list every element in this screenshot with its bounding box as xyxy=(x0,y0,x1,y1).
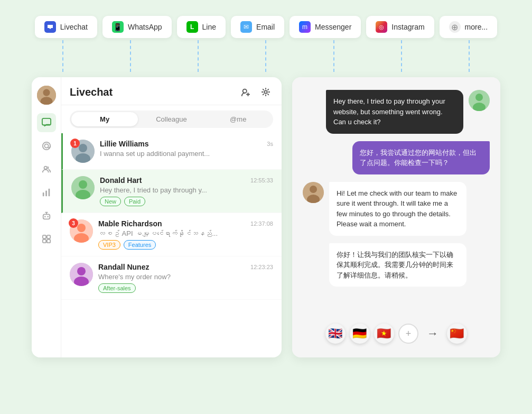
line-icon: L xyxy=(186,21,198,33)
chat-tags-2: New Paid xyxy=(100,197,273,206)
email-icon: ✉ xyxy=(240,21,252,33)
channel-messenger-label: Messenger xyxy=(315,23,351,31)
header-actions xyxy=(238,85,273,99)
chat-messages: Hey there, I tried to pay through your w… xyxy=(292,77,500,357)
channel-more-label: more... xyxy=(465,23,488,31)
chat-meta-4: Randall Nunez 12:23:23 Where's my order … xyxy=(98,263,273,293)
message-text-3: Hi! Let me check with our team to make s… xyxy=(337,189,457,228)
sidebar-mentions-icon[interactable] xyxy=(37,136,56,155)
dashed-lines xyxy=(0,40,532,72)
sidebar xyxy=(32,77,61,357)
channel-instagram[interactable]: ◎ Instagram xyxy=(366,16,434,38)
unread-badge-1: 1 xyxy=(70,139,80,148)
chat-time-3: 12:37:08 xyxy=(250,220,273,227)
chat-preview-1: I wanna set up additional payment... xyxy=(100,150,273,158)
channel-more[interactable]: ⊕ more... xyxy=(440,16,498,38)
user-avatar[interactable] xyxy=(37,86,56,105)
svg-point-19 xyxy=(264,90,267,93)
channel-livechat-label: Livechat xyxy=(60,23,88,31)
message-bubble-1: Hey there, I tried to pay through your w… xyxy=(326,90,463,134)
chat-tags-4: After-sales xyxy=(98,283,273,293)
message-text-2: 您好，我尝试通过您的网站付款，但出了点问题。你能检查一下吗？ xyxy=(360,149,477,167)
avatar-randall xyxy=(70,263,93,286)
chat-window: Hey there, I tried to pay through your w… xyxy=(292,77,500,357)
message-bubble-3: Hi! Let me check with our team to make s… xyxy=(329,182,466,236)
tab-colleague[interactable]: Colleague xyxy=(138,112,204,126)
livechat-icon xyxy=(44,21,56,33)
svg-point-21 xyxy=(79,144,87,152)
svg-point-2 xyxy=(43,89,50,96)
channel-line[interactable]: L Line xyxy=(177,16,226,38)
chat-name-4: Randall Nunez xyxy=(98,263,149,271)
avatar-wrap-2 xyxy=(71,176,95,206)
conversation-item-3[interactable]: 3 Mable Richardson 12:37:08 လစဥ် API မမျ… xyxy=(61,213,282,256)
message-row-4: 你好！让我与我们的团队核实一下以确保其顺利完成。我需要几分钟的时间来了解详细信息… xyxy=(303,243,490,287)
flag-de[interactable]: 🇩🇪 xyxy=(350,324,370,344)
chat-meta-2: Donald Hart 12:55:33 Hey there, I tried … xyxy=(100,176,273,206)
sidebar-chat-icon[interactable] xyxy=(37,113,56,132)
channel-messenger[interactable]: m Messenger xyxy=(290,16,361,38)
flag-cn[interactable]: 🇨🇳 xyxy=(447,324,467,344)
chat-name-2: Donald Hart xyxy=(100,176,142,185)
more-icon: ⊕ xyxy=(449,21,461,33)
svg-rect-15 xyxy=(46,235,50,238)
sidebar-integrations-icon[interactable] xyxy=(37,229,56,249)
whatsapp-icon: 📱 xyxy=(112,21,124,33)
channel-whatsapp-label: WhatsApp xyxy=(128,23,162,31)
conversation-item-4[interactable]: Randall Nunez 12:23:23 Where's my order … xyxy=(61,256,282,300)
sidebar-contacts-icon[interactable] xyxy=(37,160,56,179)
svg-point-6 xyxy=(42,142,50,150)
msg-avatar-customer xyxy=(469,90,490,111)
message-row-3: Hi! Let me check with our team to make s… xyxy=(303,182,490,236)
instagram-icon: ◎ xyxy=(376,21,387,33)
chat-preview-2: Hey there, I tried to pay through y... xyxy=(100,186,273,194)
svg-rect-17 xyxy=(46,240,50,243)
message-row-2: 您好，我尝试通过您的网站付款，但出了点问题。你能检查一下吗？ xyxy=(303,141,490,174)
chat-tags-3: VIP3 Features xyxy=(98,240,273,250)
flag-uk[interactable]: 🇬🇧 xyxy=(325,324,346,344)
svg-point-18 xyxy=(243,89,247,93)
translation-arrow: → xyxy=(423,324,443,344)
svg-rect-10 xyxy=(48,189,50,196)
svg-rect-11 xyxy=(43,214,50,219)
tag-new: New xyxy=(100,197,121,206)
tag-paid: Paid xyxy=(124,197,145,206)
conversation-item-1[interactable]: 1 Lillie Williams 3s I wanna set up addi… xyxy=(61,133,282,170)
conversation-tabs: My Colleague @me xyxy=(70,111,273,128)
avatar-donald xyxy=(71,176,95,199)
settings-button[interactable] xyxy=(258,85,273,99)
message-text-4: 你好！让我与我们的团队核实一下以确保其顺利完成。我需要几分钟的时间来了解详细信息… xyxy=(337,251,453,279)
chat-panel-title: Livechat xyxy=(70,86,113,98)
svg-point-13 xyxy=(47,216,49,217)
channel-whatsapp[interactable]: 📱 WhatsApp xyxy=(102,16,172,38)
tab-my[interactable]: My xyxy=(71,112,138,126)
conversation-item-2[interactable]: Donald Hart 12:55:33 Hey there, I tried … xyxy=(61,170,282,213)
add-contact-button[interactable] xyxy=(238,85,253,99)
channel-instagram-label: Instagram xyxy=(391,23,424,31)
chat-time-4: 12:23:23 xyxy=(250,264,273,270)
tag-vip3: VIP3 xyxy=(98,240,120,250)
tag-features: Features xyxy=(124,240,156,250)
flag-vn[interactable]: 🇻🇳 xyxy=(374,324,394,344)
add-language-button[interactable]: + xyxy=(398,324,418,344)
chat-preview-4: Where's my order now? xyxy=(98,273,273,281)
channel-email[interactable]: ✉ Email xyxy=(231,16,284,38)
translation-bar: 🇬🇧 🇩🇪 🇻🇳 + → 🇨🇳 xyxy=(303,318,490,349)
message-row-1: Hey there, I tried to pay through your w… xyxy=(303,90,490,134)
svg-point-27 xyxy=(77,224,86,232)
chat-time-2: 12:55:33 xyxy=(250,177,273,183)
sidebar-reports-icon[interactable] xyxy=(37,183,56,202)
main-content: Livechat My Colleague @me xyxy=(0,72,532,363)
chat-time-1: 3s xyxy=(267,141,273,147)
chat-name-3: Mable Richardson xyxy=(98,219,162,228)
channel-livechat[interactable]: Livechat xyxy=(35,16,97,38)
chat-meta-3: Mable Richardson 12:37:08 လစဥ် API မမျှပ… xyxy=(98,219,273,250)
chat-list-header: Livechat xyxy=(61,77,282,105)
sidebar-bot-icon[interactable] xyxy=(37,206,56,225)
msg-avatar-agent xyxy=(303,182,324,203)
tab-atme[interactable]: @me xyxy=(205,112,272,126)
unread-badge-3: 3 xyxy=(69,218,78,228)
channel-email-label: Email xyxy=(256,23,275,31)
svg-rect-9 xyxy=(45,190,47,196)
svg-point-33 xyxy=(475,94,483,101)
